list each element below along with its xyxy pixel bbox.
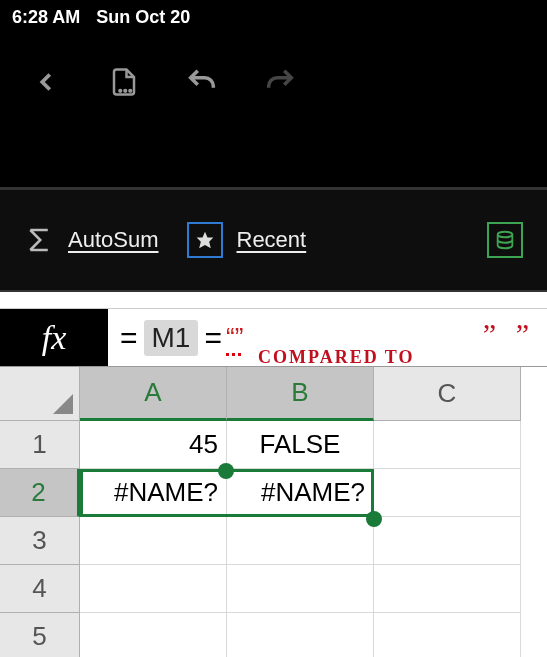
row-header-5[interactable]: 5	[0, 613, 80, 657]
row-5: 5	[0, 613, 547, 657]
cell-c3[interactable]	[374, 517, 521, 565]
svg-point-2	[129, 90, 131, 92]
recent-label: Recent	[237, 227, 307, 253]
cell-b1[interactable]: FALSE	[227, 421, 374, 469]
cell-c5[interactable]	[374, 613, 521, 657]
spacer-strip	[0, 130, 547, 188]
row-header-4[interactable]: 4	[0, 565, 80, 613]
fx-label[interactable]: fx	[0, 309, 108, 366]
selection-handle-tl[interactable]	[218, 463, 234, 479]
spreadsheet-grid[interactable]: A B C 1 45 FALSE 2 #NAME? #NAME? 3 4 5	[0, 367, 547, 657]
annotation-text: COMPARED TO	[258, 347, 415, 368]
formula-cell-ref: M1	[144, 320, 199, 356]
cell-c1[interactable]	[374, 421, 521, 469]
cell-a1[interactable]: 45	[80, 421, 227, 469]
formula-equals-2: =	[204, 321, 222, 355]
col-header-a[interactable]: A	[80, 367, 227, 421]
recent-group[interactable]: Recent	[187, 222, 307, 258]
cell-a2[interactable]: #NAME?	[80, 469, 227, 517]
row-2: 2 #NAME? #NAME?	[0, 469, 547, 517]
svg-marker-3	[196, 232, 213, 249]
undo-button[interactable]	[184, 64, 220, 100]
svg-point-4	[498, 232, 513, 238]
row-1: 1 45 FALSE	[0, 421, 547, 469]
star-icon	[187, 222, 223, 258]
svg-point-1	[124, 90, 126, 92]
formula-curly-quotes: “”	[226, 322, 243, 353]
cell-c2[interactable]	[374, 469, 521, 517]
main-toolbar	[0, 34, 547, 130]
financial-icon	[487, 222, 523, 258]
svg-point-0	[119, 90, 121, 92]
financial-group[interactable]	[487, 222, 523, 258]
annotation-quotes: ” ”	[483, 317, 535, 351]
row-header-3[interactable]: 3	[0, 517, 80, 565]
cell-b3[interactable]	[227, 517, 374, 565]
selection-handle-br[interactable]	[366, 511, 382, 527]
cell-b2[interactable]: #NAME?	[227, 469, 374, 517]
formula-input[interactable]: = M1 = “” COMPARED TO ” ”	[108, 309, 547, 366]
file-options-button[interactable]	[106, 64, 142, 100]
sigma-icon	[24, 225, 54, 255]
select-all-corner[interactable]	[0, 367, 80, 421]
col-header-c[interactable]: C	[374, 367, 521, 421]
row-4: 4	[0, 565, 547, 613]
autosum-group[interactable]: AutoSum	[24, 225, 159, 255]
cell-c4[interactable]	[374, 565, 521, 613]
formula-ribbon: AutoSum Recent	[0, 188, 547, 292]
svg-marker-5	[53, 394, 73, 414]
cell-a5[interactable]	[80, 613, 227, 657]
row-3: 3	[0, 517, 547, 565]
gap	[0, 292, 547, 308]
col-header-b[interactable]: B	[227, 367, 374, 421]
row-header-2[interactable]: 2	[0, 469, 80, 517]
formula-bar: fx = M1 = “” COMPARED TO ” ”	[0, 308, 547, 367]
status-bar: 6:28 AM Sun Oct 20	[0, 0, 547, 34]
status-time: 6:28 AM	[12, 7, 80, 28]
autosum-label: AutoSum	[68, 227, 159, 253]
cell-a3[interactable]	[80, 517, 227, 565]
cell-b5[interactable]	[227, 613, 374, 657]
status-date: Sun Oct 20	[96, 7, 190, 28]
redo-button[interactable]	[262, 64, 298, 100]
cell-b4[interactable]	[227, 565, 374, 613]
row-header-1[interactable]: 1	[0, 421, 80, 469]
cell-a4[interactable]	[80, 565, 227, 613]
column-headers: A B C	[80, 367, 547, 421]
formula-equals: =	[120, 321, 138, 355]
back-button[interactable]	[28, 64, 64, 100]
